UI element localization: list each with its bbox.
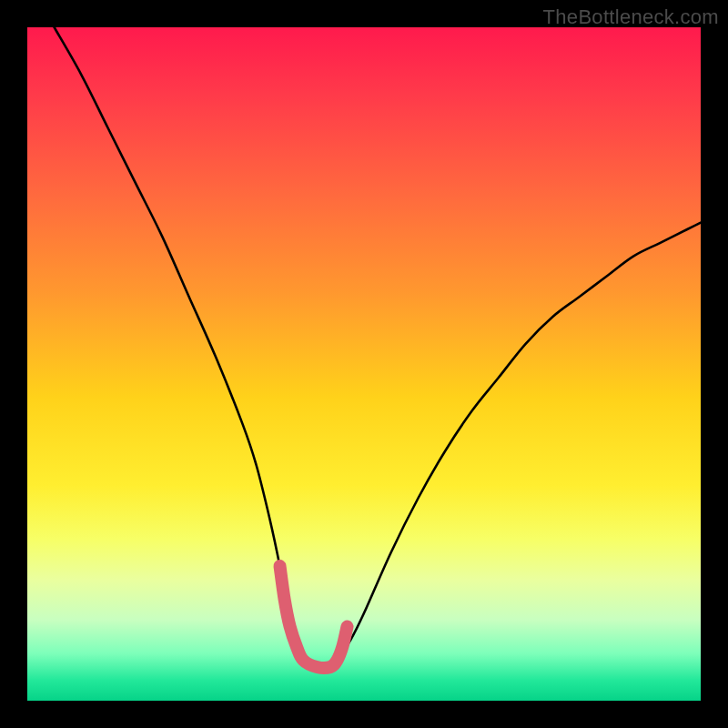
chart-frame: TheBottleneck.com [0,0,728,728]
watermark-text: TheBottleneck.com [543,5,719,29]
optimal-zone-marker [280,566,348,668]
chart-svg [27,27,701,701]
chart-plot-area [27,27,701,701]
bottleneck-curve [55,27,701,668]
